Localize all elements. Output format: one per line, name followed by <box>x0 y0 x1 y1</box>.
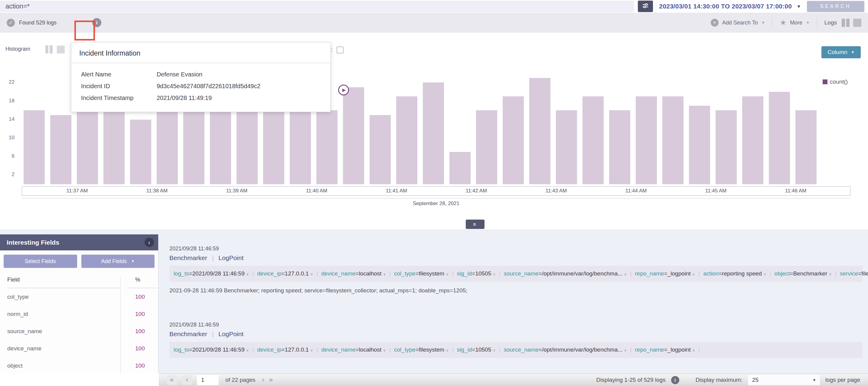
log-field-chip[interactable]: log_ts=2021/09/28 11:46:59∨ <box>174 346 249 353</box>
x-axis-label: 11:39 AM <box>226 188 248 194</box>
histogram-bar[interactable] <box>130 119 151 184</box>
previous-page-button[interactable]: ‹ <box>182 375 192 385</box>
chevron-down-icon: ▼ <box>131 259 134 264</box>
histogram-bar[interactable] <box>50 115 71 184</box>
log-normalizer: LogPoint <box>218 330 244 338</box>
log-timestamp: 2021/09/28 11:46:59 <box>169 246 863 252</box>
histogram-bar[interactable] <box>556 110 577 184</box>
x-axis-band[interactable]: 11:37 AM11:38 AM11:39 AM11:40 AM11:41 AM… <box>22 186 850 196</box>
log-field-chip[interactable]: col_type=filesystem∨ <box>394 270 449 277</box>
histogram-bar[interactable] <box>183 110 205 184</box>
page-number-input[interactable]: 1 <box>197 375 219 385</box>
add-search-to-button[interactable]: Add Search To <box>722 20 758 26</box>
add-fields-button[interactable]: Add Fields ▼ <box>81 255 155 268</box>
log-field-chip[interactable]: log_ts=2021/09/28 11:46:59∨ <box>174 270 249 277</box>
histogram-bar[interactable] <box>103 110 125 184</box>
check-icon: ✓ <box>7 19 15 27</box>
log-field-chip[interactable]: device_ip=127.0.0.1∨ <box>257 270 313 277</box>
divider: | <box>316 346 318 353</box>
histogram-bar[interactable] <box>583 96 604 184</box>
histogram-bar[interactable] <box>796 110 816 184</box>
log-field-chip[interactable]: sig_id=10505∨ <box>457 346 496 353</box>
chevron-down-icon: ∨ <box>446 272 449 276</box>
incident-info-icon[interactable]: i <box>92 18 101 27</box>
x-axis-label: 11:46 AM <box>785 188 807 194</box>
full-view-icon[interactable] <box>853 19 861 27</box>
field-row[interactable]: norm_id 100 <box>0 305 158 323</box>
histogram-bar[interactable] <box>609 110 630 184</box>
field-row[interactable]: object 100 <box>0 357 158 374</box>
more-button[interactable]: More <box>790 20 802 26</box>
page-size-select[interactable]: 25 ▼ <box>748 375 820 385</box>
log-field-chip[interactable]: service=filesystem_collector∨ <box>840 270 868 277</box>
chevron-down-icon: ∨ <box>692 348 695 352</box>
field-row[interactable]: device_name 100 <box>0 340 158 357</box>
y-axis-tick: 14 <box>3 116 14 122</box>
chevron-down-icon: ▼ <box>806 21 810 25</box>
histogram-bar[interactable] <box>450 152 471 184</box>
histogram-bar[interactable] <box>716 110 737 184</box>
select-fields-button[interactable]: Select Fields <box>4 255 77 268</box>
logs-per-page-label: logs per page <box>825 377 860 383</box>
log-field-chip[interactable]: repo_name=_logpoint∨ <box>635 346 695 353</box>
histogram-bar[interactable] <box>157 110 178 184</box>
divider <box>817 18 817 27</box>
histogram-bar[interactable] <box>529 78 551 184</box>
log-raw-message: 2021-09-28 11:46:59 Benchmarker; reporti… <box>169 287 863 294</box>
chevron-down-icon: ∨ <box>246 348 249 352</box>
log-field-chip[interactable]: device_name=localhost∨ <box>321 346 386 353</box>
first-page-button[interactable]: « <box>167 375 177 385</box>
histogram-bar[interactable] <box>689 106 710 184</box>
field-percent: 100 <box>127 345 158 352</box>
play-icon[interactable]: ▶ <box>338 84 349 96</box>
log-field-chip[interactable]: repo_name=_logpoint∨ <box>635 270 695 277</box>
histogram-bar[interactable] <box>503 96 524 184</box>
collapse-sidebar-icon[interactable]: ‹ <box>145 238 154 247</box>
split-view-icon[interactable] <box>842 19 849 27</box>
log-field-chip[interactable]: col_type=filesystem∨ <box>394 346 449 353</box>
histogram-bar[interactable] <box>263 110 284 184</box>
chevron-down-icon: ∨ <box>692 272 695 276</box>
histogram-bar[interactable] <box>343 87 364 184</box>
search-query-input[interactable] <box>0 1 634 12</box>
histogram-bar[interactable] <box>24 110 45 184</box>
last-page-button[interactable]: » <box>269 376 273 384</box>
log-field-chip[interactable]: device_name=localhost∨ <box>321 270 386 277</box>
search-settings-button[interactable] <box>638 1 653 12</box>
log-field-chip[interactable]: action=reporting speed∨ <box>703 270 766 277</box>
histogram-bar[interactable] <box>662 96 683 184</box>
histogram-bar[interactable] <box>290 110 311 184</box>
collapse-panel-tab[interactable]: « <box>466 219 485 229</box>
histogram-bar[interactable] <box>769 92 790 184</box>
info-icon[interactable]: i <box>671 376 679 384</box>
time-range-picker[interactable]: 2023/03/01 14:30:00 TO 2023/03/07 17:00:… <box>657 3 803 10</box>
field-row[interactable]: source_name 100 <box>0 323 158 340</box>
legend-label: count() <box>830 78 848 85</box>
log-collector: Benchmarker <box>169 254 207 261</box>
search-button[interactable]: SEARCH <box>807 1 864 12</box>
page-size-value: 25 <box>752 377 758 383</box>
log-field-chip[interactable]: object=Benchmarker∨ <box>775 270 832 277</box>
log-field-chip[interactable]: sig_id=10505∨ <box>457 270 496 277</box>
histogram-bar[interactable] <box>237 110 258 184</box>
histogram-bar[interactable] <box>370 115 391 184</box>
histogram-bar[interactable] <box>423 82 444 184</box>
histogram-bar[interactable] <box>396 96 417 184</box>
histogram-bar[interactable] <box>476 110 497 184</box>
field-row[interactable]: col_type 100 <box>0 288 158 305</box>
histogram-bar[interactable] <box>77 110 98 184</box>
histogram-bar[interactable] <box>742 96 763 184</box>
log-field-chip[interactable]: source_name=/opt/immune/var/log/benchma.… <box>504 270 627 277</box>
histogram-bar[interactable] <box>210 110 231 184</box>
next-page-button[interactable]: › <box>262 376 264 384</box>
histogram-bar[interactable] <box>636 96 657 184</box>
histogram-bar[interactable] <box>316 110 338 184</box>
log-field-chip[interactable]: device_ip=127.0.0.1∨ <box>257 346 313 353</box>
y-axis-tick: 22 <box>3 79 14 85</box>
log-field-chip[interactable]: source_name=/opt/immune/var/log/benchma.… <box>504 346 627 353</box>
chevron-down-icon: ∨ <box>383 272 386 276</box>
divider: | <box>212 254 214 261</box>
log-timestamp: 2021/09/28 11:46:59 <box>169 322 863 328</box>
log-entry: 2021/09/28 11:46:59 Benchmarker | LogPoi… <box>169 322 863 358</box>
y-axis-tick: 10 <box>3 135 14 141</box>
